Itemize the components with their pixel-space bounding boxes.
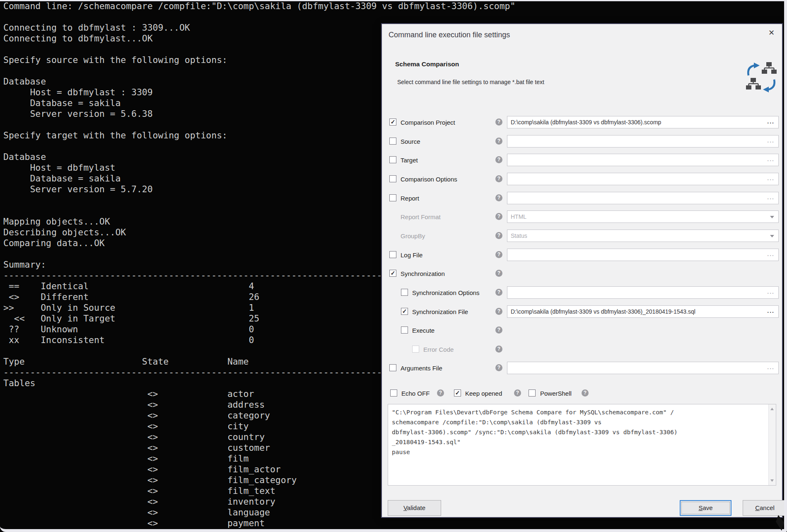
setting-row-log-file: Log File?...	[382, 249, 782, 261]
bat-file-text: "C:\Program Files\Devart\dbForge Schema …	[392, 407, 678, 457]
help-icon[interactable]: ?	[437, 389, 444, 397]
checkbox-synchronization-file[interactable]: ✓	[401, 308, 408, 315]
browse-button[interactable]: ...	[767, 175, 775, 181]
dropdown-value: HTML	[511, 213, 526, 220]
scrollbar[interactable]	[768, 404, 776, 485]
cancel-button[interactable]: Cancel	[743, 500, 787, 516]
setting-row-synchronization-file: ✓Synchronization File?D:\comp\sakila (db…	[382, 305, 782, 318]
checkbox-source[interactable]	[389, 138, 396, 145]
browse-button[interactable]: ...	[767, 156, 775, 162]
checkbox-arguments-file[interactable]	[389, 364, 396, 371]
help-icon[interactable]: ?	[495, 364, 502, 371]
scroll-up-icon[interactable]	[770, 408, 774, 410]
section-title: Schema Comparison	[395, 60, 459, 68]
help-icon[interactable]: ?	[514, 389, 521, 397]
report-format-dropdown[interactable]: HTML	[507, 210, 779, 223]
setting-row-target: Target?...	[382, 154, 782, 166]
setting-row-comparison-options: Comparison Options?...	[382, 173, 782, 185]
synchronization-options-input[interactable]: ...	[507, 286, 779, 299]
section-description: Select command line file settings to man…	[397, 79, 544, 85]
help-icon[interactable]: ?	[495, 194, 502, 201]
browse-button[interactable]: ...	[767, 364, 775, 370]
browse-button[interactable]: ...	[767, 137, 775, 144]
label-synchronization-options: Synchronization Options	[412, 289, 480, 296]
command-line-settings-dialog: Command line execution file settings ✕ S…	[381, 23, 783, 518]
mouse-cursor	[774, 515, 785, 532]
setting-row-report: Report?...	[382, 192, 782, 204]
log-file-input[interactable]: ...	[507, 249, 779, 261]
help-icon[interactable]: ?	[495, 175, 502, 182]
input-value: D:\comp\sakila (dbfmylast-3309 vs dbfmyl…	[511, 308, 695, 315]
setting-row-arguments-file: Arguments File?...	[382, 362, 782, 374]
bat-options-row: Echo OFF?✓Keep opened?PowerShell?	[382, 387, 782, 399]
checkbox-comparison-project[interactable]: ✓	[389, 118, 396, 126]
scroll-down-icon[interactable]	[770, 479, 774, 482]
validate-button[interactable]: Validate	[388, 500, 441, 516]
bat-file-textarea[interactable]: "C:\Program Files\Devart\dbForge Schema …	[388, 404, 776, 486]
label-report-format: Report Format	[401, 213, 441, 220]
checkbox-powershell[interactable]	[529, 389, 536, 397]
browse-button[interactable]: ...	[767, 288, 775, 295]
dropdown-arrow-icon[interactable]	[770, 235, 774, 237]
help-icon[interactable]: ?	[495, 346, 502, 353]
dropdown-arrow-icon[interactable]	[770, 216, 774, 218]
save-button[interactable]: Save	[680, 500, 731, 516]
browse-button[interactable]: ...	[767, 307, 775, 314]
synchronization-file-input[interactable]: D:\comp\sakila (dbfmylast-3309 vs dbfmyl…	[507, 305, 779, 318]
help-icon[interactable]: ?	[495, 156, 502, 163]
help-icon[interactable]: ?	[582, 389, 589, 397]
setting-row-comparison-project: ✓Comparison Project?D:\comp\sakila (dbfm…	[382, 116, 782, 128]
comparison-options-input[interactable]: ...	[507, 173, 779, 185]
label-execute: Execute	[412, 327, 435, 334]
checkbox-synchronization-options[interactable]	[401, 289, 408, 296]
help-icon[interactable]: ?	[495, 118, 502, 126]
schema-compare-icon	[746, 61, 777, 94]
label-report: Report	[401, 195, 419, 202]
setting-row-error-code: Error Code?	[382, 343, 782, 355]
comparison-project-input[interactable]: D:\comp\sakila (dbfmylast-3309 vs dbfmyl…	[507, 116, 779, 128]
close-icon[interactable]: ✕	[768, 28, 775, 37]
setting-row-synchronization: ✓Synchronization?	[382, 267, 782, 280]
label-comparison-options: Comparison Options	[401, 176, 457, 183]
label-powershell: PowerShell	[540, 390, 572, 397]
label-keep-opened: Keep opened	[465, 390, 502, 397]
checkbox-log-file[interactable]	[389, 251, 396, 258]
help-icon[interactable]: ?	[495, 326, 502, 334]
browse-button[interactable]: ...	[767, 118, 775, 125]
groupby-dropdown[interactable]: Status	[507, 230, 779, 242]
checkbox-report[interactable]	[389, 194, 396, 201]
label-groupby: GroupBy	[401, 232, 425, 239]
checkbox-echo-off[interactable]	[390, 389, 397, 397]
checkbox-comparison-options[interactable]	[389, 175, 396, 182]
help-icon[interactable]: ?	[495, 308, 502, 315]
help-icon[interactable]: ?	[495, 213, 502, 220]
setting-row-synchronization-options: Synchronization Options?...	[382, 286, 782, 299]
checkbox-synchronization[interactable]: ✓	[389, 270, 396, 277]
help-icon[interactable]: ?	[495, 289, 502, 296]
browse-button[interactable]: ...	[767, 194, 775, 201]
checkbox-error-code[interactable]	[412, 346, 419, 353]
help-icon[interactable]: ?	[495, 270, 502, 277]
dropdown-value: Status	[511, 232, 527, 239]
help-icon[interactable]: ?	[495, 251, 502, 258]
report-input[interactable]: ...	[507, 192, 779, 204]
source-input[interactable]: ...	[507, 135, 779, 148]
help-icon[interactable]: ?	[495, 138, 502, 145]
label-synchronization-file: Synchronization File	[412, 308, 468, 315]
label-synchronization: Synchronization	[401, 270, 445, 277]
arguments-file-input[interactable]: ...	[507, 362, 779, 374]
checkbox-execute[interactable]	[401, 326, 408, 334]
setting-row-execute: Execute?	[382, 324, 782, 336]
help-icon[interactable]: ?	[495, 232, 502, 239]
dialog-title: Command line execution file settings	[389, 31, 510, 39]
label-target: Target	[401, 157, 418, 164]
label-echo-off: Echo OFF	[401, 390, 430, 397]
checkbox-keep-opened[interactable]: ✓	[454, 389, 461, 397]
label-log-file: Log File	[401, 251, 422, 259]
target-input[interactable]: ...	[507, 154, 779, 166]
label-arguments-file: Arguments File	[401, 365, 442, 372]
label-source: Source	[401, 138, 420, 145]
label-error-code: Error Code	[423, 346, 454, 353]
browse-button[interactable]: ...	[767, 251, 775, 257]
checkbox-target[interactable]	[389, 156, 396, 163]
